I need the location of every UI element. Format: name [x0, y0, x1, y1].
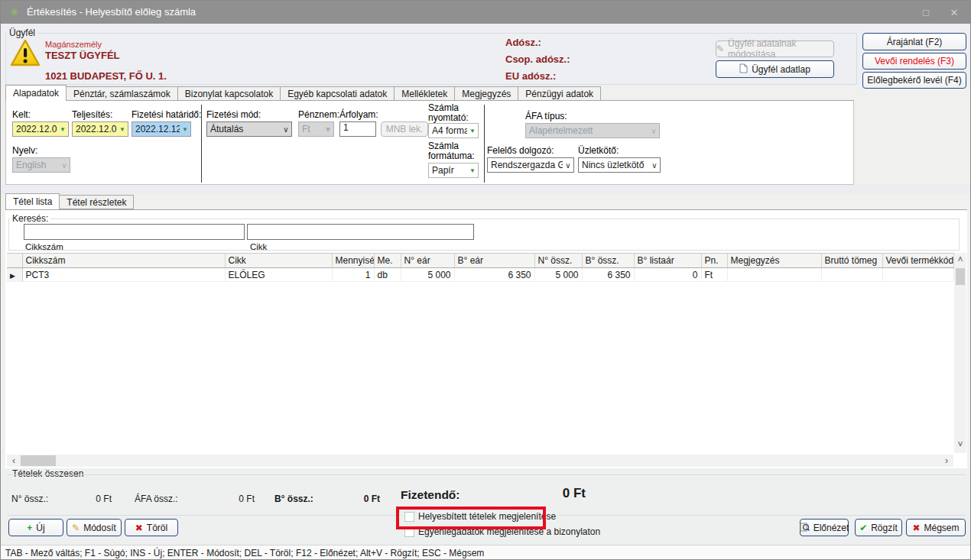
afa-tipus-label: ÁFA típus:: [525, 111, 567, 121]
document-icon: [739, 63, 748, 76]
customer-datasheet-label: Ügyfél adatlap: [752, 64, 810, 75]
felelos-dolgozo-select[interactable]: Rendszergazda G ∨: [487, 157, 574, 173]
table-row[interactable]: ▶ PCT3 ELŐLEG 1 db 5 000 6 350 5 000 6 3…: [7, 268, 953, 282]
col-brutto-tomeg[interactable]: Bruttó tömeg: [821, 254, 882, 268]
customer-address: 1021 BUDAPEST, FŐ U. 1.: [45, 70, 167, 82]
chevron-down-icon: ▼: [467, 167, 478, 174]
scroll-down-icon[interactable]: ˅: [954, 439, 966, 450]
cancel-button[interactable]: ✖ Mégsem: [906, 519, 966, 536]
eu-tax-number-label: EU adósz.:: [505, 70, 556, 82]
tab-tetel-lista[interactable]: Tétel lista: [5, 193, 60, 209]
status-bar: TAB - Mező váltás; F1 - Súgó; INS - Új; …: [1, 545, 971, 560]
modify-button-label: Módosít: [83, 523, 116, 533]
maximize-icon[interactable]: □: [917, 6, 934, 19]
szamla-formatum-select[interactable]: Papír ▼: [428, 163, 479, 178]
annotation-highlight-rectangle: [396, 507, 546, 529]
teljesites-date-picker[interactable]: 2022.12.09. ▼: [72, 121, 128, 137]
search-label: Keresés:: [10, 213, 50, 224]
hatarido-value: 2022.12.12.: [132, 124, 180, 134]
arfolyam-value: 1: [343, 122, 349, 133]
scroll-left-icon[interactable]: ‹: [8, 455, 19, 467]
new-button[interactable]: + Új: [8, 519, 63, 536]
customer-order-button[interactable]: Vevői rendelés (F3): [862, 53, 966, 70]
chevron-down-icon: ▼: [467, 128, 478, 134]
customer-datasheet-button[interactable]: Ügyfél adatlap: [716, 60, 834, 78]
basic-data-panel: Kelt: Teljesítés: Fizetési határidő: 202…: [5, 100, 854, 185]
tab-penztar-szamlaszamok[interactable]: Pénztár, számlaszámok: [67, 86, 178, 101]
szamla-formatum-label-line1: Számla: [428, 141, 459, 151]
col-vevoi-termekkod[interactable]: Vevői termékkód: [882, 254, 953, 268]
preview-button[interactable]: Előnézet: [800, 519, 849, 536]
scroll-right-icon[interactable]: ›: [941, 455, 952, 467]
horizontal-scrollbar[interactable]: ‹ ›: [7, 455, 953, 467]
tab-tetel-reszletek[interactable]: Tétel részletek: [60, 195, 134, 209]
nyelv-label: Nyelv:: [12, 145, 37, 156]
tab-mellekletek[interactable]: Mellékletek: [395, 86, 455, 101]
col-me[interactable]: Me.: [374, 254, 401, 268]
col-brutto-listaar[interactable]: B° listaár: [634, 254, 701, 268]
tab-alapadatok[interactable]: Alapadatok: [5, 85, 67, 101]
payable-value: 0 Ft: [505, 486, 586, 501]
search-cikk-input[interactable]: [247, 224, 474, 240]
nyelv-select[interactable]: English ∨: [12, 157, 70, 173]
delete-button[interactable]: ✖ Töröl: [125, 519, 178, 536]
customer-group-label: Ügyfél: [7, 28, 37, 38]
col-mennyiseg[interactable]: Mennyiség: [332, 254, 374, 268]
tab-egyeb-kapcsolati-adatok[interactable]: Egyéb kapcsolati adatok: [281, 86, 395, 101]
search-cikkszam-input[interactable]: [24, 224, 245, 240]
col-cikkszam[interactable]: Cikkszám: [22, 254, 225, 268]
customer-name: TESZT ÜGYFÉL: [45, 50, 120, 61]
chevron-down-icon: ∨: [59, 161, 70, 170]
modify-button[interactable]: ✎ Módosít: [67, 519, 122, 536]
afa-tipus-select[interactable]: Alapértelmezett ∨: [525, 123, 660, 138]
cell-netto-ossz: 5 000: [534, 268, 582, 282]
kelt-date-picker[interactable]: 2022.12.09. ▼: [12, 121, 69, 137]
vertical-scroll-thumb[interactable]: [956, 268, 965, 285]
szamla-nyomtato-select[interactable]: A4 forma ▼: [428, 123, 479, 138]
scroll-up-icon[interactable]: ˄: [954, 254, 966, 265]
uzletkoto-value: Nincs üzletkötő: [579, 160, 649, 170]
tab-penzugyi-adatok[interactable]: Pénzügyi adatok: [518, 86, 601, 101]
tab-bizonylat-kapcsolatok[interactable]: Bizonylat kapcsolatok: [178, 86, 281, 101]
horizontal-scroll-thumb[interactable]: [21, 455, 56, 466]
cell-vevoi-termekkod: [882, 268, 953, 282]
cell-cikk: ELŐLEG: [225, 268, 332, 282]
col-cikk[interactable]: Cikk: [225, 254, 332, 268]
customer-modify-button[interactable]: ✎ Ügyfél adatainak módosítása: [716, 40, 834, 57]
mnb-rate-button[interactable]: MNB lek.: [381, 121, 428, 137]
szamla-nyomtato-value: A4 forma: [429, 125, 467, 136]
preview-icon: [800, 522, 810, 534]
chevron-down-icon: ▼: [57, 126, 68, 133]
uzletkoto-select[interactable]: Nincs üzletkötő ∨: [578, 157, 661, 173]
advance-request-button[interactable]: Előlegbekérő levél (F4): [862, 72, 966, 89]
col-netto-ear[interactable]: N° eár: [401, 254, 454, 268]
penznem-label: Pénznem:: [298, 109, 339, 120]
fizetesi-mod-label: Fizetési mód:: [206, 109, 261, 120]
quote-button[interactable]: Árajánlat (F2): [862, 33, 966, 50]
vertical-scrollbar[interactable]: ˄ ˅: [954, 253, 966, 453]
vat-total-label: ÁFA össz.:: [135, 494, 178, 504]
customer-type: Magánszemély: [45, 40, 102, 49]
close-icon[interactable]: ✕: [946, 6, 963, 19]
title-bar: ✳ Értékesítés - Helyesbítő előleg számla…: [1, 1, 971, 24]
save-button[interactable]: ✔ Rögzít: [855, 519, 902, 536]
splitter-bar[interactable]: [1, 185, 971, 194]
chevron-down-icon: ∨: [648, 127, 659, 135]
gross-total-label: B° össz.:: [274, 494, 313, 504]
hatarido-date-picker[interactable]: 2022.12.12. ▼: [132, 121, 191, 137]
arfolyam-input[interactable]: 1: [339, 121, 376, 137]
col-megjegyzes[interactable]: Megjegyzés: [727, 254, 821, 268]
fizetesi-mod-select[interactable]: Átutalás ∨: [206, 121, 292, 137]
col-netto-ossz[interactable]: N° össz.: [534, 254, 582, 268]
col-brutto-ossz[interactable]: B° össz.: [582, 254, 634, 268]
teljesites-value: 2022.12.09.: [73, 124, 117, 134]
uzletkoto-label: Üzletkötő:: [578, 145, 619, 156]
table-header-row: Cikkszám Cikk Mennyiség Me. N° eár B° eá…: [7, 254, 953, 268]
cell-megjegyzes: [727, 268, 821, 282]
col-pn[interactable]: Pn.: [701, 254, 727, 268]
cancel-x-icon: ✖: [912, 523, 920, 532]
col-brutto-ear[interactable]: B° eár: [454, 254, 534, 268]
tab-megjegyzes[interactable]: Megjegyzés: [455, 86, 518, 101]
chevron-down-icon: ▼: [117, 126, 128, 133]
penznem-select[interactable]: Ft ▼: [298, 121, 334, 137]
